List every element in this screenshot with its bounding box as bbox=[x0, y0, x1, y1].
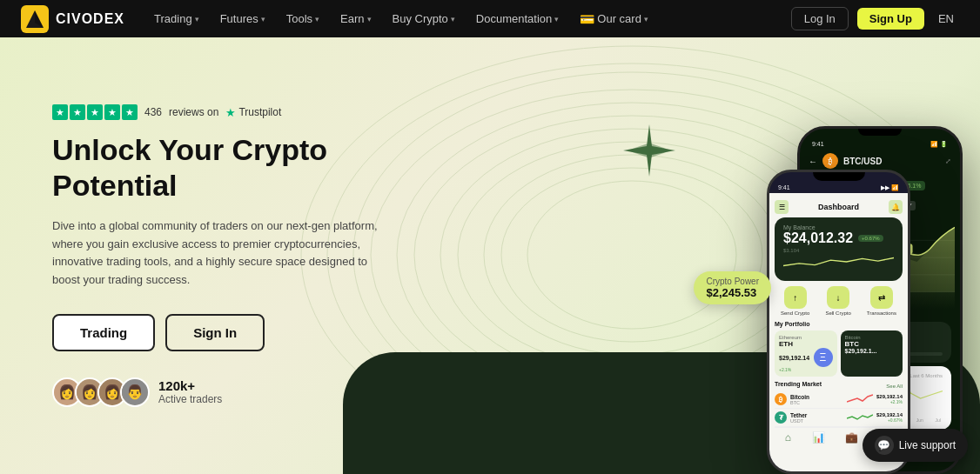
portfolio-items: Ethereum ETH $29,192.14 Ξ +2.1% Bitcoin … bbox=[775, 330, 903, 377]
phone-dashboard-header: ☰ Dashboard 🔔 bbox=[775, 198, 903, 217]
phone-notch bbox=[813, 172, 865, 181]
chevron-down-icon: ▾ bbox=[451, 15, 455, 23]
nav-trading[interactable]: Trading ▾ bbox=[145, 9, 208, 29]
trending-bitcoin: ₿ Bitcoin BTC $29,192.14 +2.1% bbox=[775, 391, 903, 409]
trading-button[interactable]: Trading bbox=[52, 314, 155, 351]
star-1: ★ bbox=[52, 104, 68, 120]
portfolio-eth: Ethereum ETH $29,192.14 Ξ +2.1% bbox=[775, 330, 837, 377]
svg-marker-15 bbox=[628, 129, 671, 172]
sell-crypto-btn[interactable]: ↓ Sell Crypto bbox=[825, 286, 850, 316]
nav-buy-crypto[interactable]: Buy Crypto ▾ bbox=[384, 9, 464, 29]
card-icon: 💳 bbox=[580, 12, 594, 26]
chevron-down-icon: ▾ bbox=[367, 15, 372, 23]
active-traders-row: 👩 👩 👩 👨 120k+ Active traders bbox=[52, 377, 383, 407]
tether-icon: ₮ bbox=[775, 411, 787, 424]
signin-button[interactable]: Sign In bbox=[165, 314, 265, 351]
back-icon: ← bbox=[809, 157, 817, 166]
active-label: Active traders bbox=[158, 393, 222, 405]
hero-buttons: Trading Sign In bbox=[52, 314, 383, 351]
hero-description: Dive into a global community of traders … bbox=[52, 217, 383, 290]
login-button[interactable]: Log In bbox=[791, 7, 849, 30]
trustpilot-row: ★ ★ ★ ★ ★ 436 reviews on ★ Trustpilot bbox=[52, 104, 383, 120]
chevron-down-icon: ▾ bbox=[195, 15, 199, 23]
btc-trend-chart bbox=[847, 393, 873, 405]
active-count: 120k+ bbox=[158, 378, 222, 393]
nav-earn[interactable]: Earn ▾ bbox=[332, 9, 379, 29]
signup-button[interactable]: Sign Up bbox=[857, 8, 924, 30]
phone2-status-bar: 9:41 📶 🔋 bbox=[800, 136, 960, 150]
send-crypto-btn[interactable]: ↑ Send Crypto bbox=[781, 286, 809, 316]
chevron-down-icon: ▾ bbox=[644, 15, 648, 23]
portfolio-section: My Portfolio Ethereum ETH $29,192.14 Ξ +… bbox=[775, 321, 903, 377]
home-icon[interactable]: ⌂ bbox=[785, 431, 791, 444]
btc-icon: ₿ bbox=[822, 153, 838, 169]
transactions-btn[interactable]: ⇄ Transactions bbox=[867, 286, 896, 316]
chevron-down-icon: ▾ bbox=[261, 15, 265, 23]
phone-status-bar: 9:41 ▶▶ 📶 bbox=[769, 181, 908, 193]
sell-icon: ↓ bbox=[827, 286, 849, 309]
nav-tools[interactable]: Tools ▾ bbox=[278, 9, 328, 29]
trending-tether: ₮ Tether USDT $29,192.14 +0.67% bbox=[775, 409, 903, 427]
trustpilot-star-icon: ★ bbox=[225, 106, 236, 119]
trustpilot-name: Trustpilot bbox=[238, 106, 281, 118]
action-buttons: ↑ Send Crypto ↓ Sell Crypto ⇄ Transactio… bbox=[775, 286, 903, 316]
hero-content: ★ ★ ★ ★ ★ 436 reviews on ★ Trustpilot Un… bbox=[0, 104, 435, 407]
menu-icon: ☰ bbox=[775, 200, 789, 214]
nav-our-card[interactable]: 💳 Our card ▾ bbox=[571, 9, 657, 30]
svg-point-12 bbox=[484, 155, 780, 355]
reviews-count: 436 bbox=[144, 106, 162, 118]
expand-icon: ⤢ bbox=[945, 157, 951, 165]
trader-info: 120k+ Active traders bbox=[158, 378, 222, 405]
transactions-icon: ⇄ bbox=[870, 286, 893, 309]
bell-icon: 🔔 bbox=[889, 200, 903, 214]
bitcoin-icon: ₿ bbox=[775, 393, 787, 405]
nav-futures[interactable]: Futures ▾ bbox=[211, 9, 274, 29]
star-burst-icon bbox=[623, 124, 675, 177]
trending-header: Trending Market See All bbox=[775, 381, 903, 391]
brand-name: CIVODEX bbox=[56, 11, 124, 27]
navbar: CIVODEX Trading ▾ Futures ▾ Tools ▾ Earn… bbox=[0, 0, 980, 37]
star-4: ★ bbox=[104, 104, 120, 120]
nav-actions: Log In Sign Up EN bbox=[791, 7, 959, 30]
wallet-icon[interactable]: 💼 bbox=[845, 431, 858, 444]
chart-icon[interactable]: 📊 bbox=[812, 431, 825, 444]
portfolio-btc: Bitcoin BTC $29,192.1... bbox=[841, 330, 903, 377]
star-5: ★ bbox=[122, 104, 138, 120]
language-selector[interactable]: EN bbox=[933, 9, 959, 29]
balance-card: My Balance $24,012.32 +0.67% $3.104 bbox=[775, 217, 903, 281]
send-icon: ↑ bbox=[784, 286, 807, 309]
star-2: ★ bbox=[70, 104, 85, 120]
chevron-down-icon: ▾ bbox=[315, 15, 319, 23]
crypto-power-badge: Crypto Power $2,245.53 bbox=[694, 271, 771, 304]
trustpilot-logo: ★ Trustpilot bbox=[225, 106, 281, 119]
chat-icon: 💬 bbox=[875, 436, 894, 455]
nav-menu: Trading ▾ Futures ▾ Tools ▾ Earn ▾ Buy C… bbox=[145, 9, 791, 30]
reviews-text: reviews on bbox=[169, 106, 218, 118]
trader-avatars: 👩 👩 👩 👨 bbox=[52, 377, 150, 407]
live-support-button[interactable]: 💬 Live support bbox=[863, 429, 968, 462]
chevron-down-icon: ▾ bbox=[554, 15, 559, 23]
nav-documentation[interactable]: Documentation ▾ bbox=[467, 9, 567, 29]
svg-point-7 bbox=[501, 168, 762, 342]
star-3: ★ bbox=[87, 104, 103, 120]
hero-section: ★ ★ ★ ★ ★ 436 reviews on ★ Trustpilot Un… bbox=[0, 37, 980, 474]
usdt-trend-chart bbox=[847, 411, 873, 424]
avatar-4: 👨 bbox=[120, 377, 150, 407]
logo[interactable]: CIVODEX bbox=[21, 5, 124, 33]
svg-point-13 bbox=[527, 181, 736, 329]
phone2-notch bbox=[858, 129, 902, 136]
hero-title: Unlock Your Crypto Potential bbox=[52, 132, 383, 204]
balance-chart bbox=[783, 253, 894, 270]
trending-section: Trending Market See All ₿ Bitcoin BTC bbox=[775, 381, 903, 427]
star-rating: ★ ★ ★ ★ ★ bbox=[52, 104, 138, 120]
eth-icon: Ξ bbox=[814, 348, 833, 367]
